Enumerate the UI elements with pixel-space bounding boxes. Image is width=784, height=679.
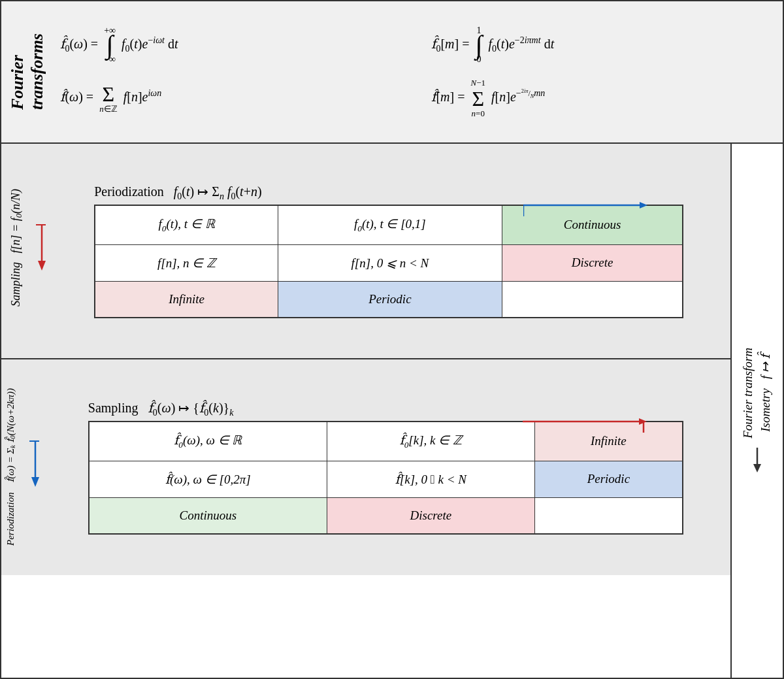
bottom-table-area: Sampling f̂0(ω) ↦ {f̂0(k)}k f̂0(ω), ω ∈ … <box>48 400 730 535</box>
bottom-section: Periodization f̂(ω) = Σk f̂0(N(ω+2kπ)) S… <box>1 359 730 575</box>
middle-table: f0(t), t ∈ ℝ f0(t), t ∈ [0,1] Continuous… <box>94 205 683 318</box>
formula-continuous-periodic: f̂0[m] = 1 ∫ 0 f0(t)e−2iπmt dt <box>431 25 763 65</box>
cell-empty <box>502 281 683 318</box>
svg-marker-4 <box>640 202 647 208</box>
formula-continuous-infinite: f̂0(ω) = +∞ ∫ −∞ f0(t)e−iωt dt <box>60 25 392 65</box>
bottom-table: f̂0(ω), ω ∈ ℝ f̂0[k], k ∈ ℤ Infinite f̂(… <box>88 421 683 535</box>
svg-marker-13 <box>753 464 761 472</box>
table-row: Infinite Periodic <box>95 281 683 318</box>
sampling-header-bot: Sampling f̂0(ω) ↦ {f̂0(k)}k <box>88 400 683 418</box>
isometry-arrow <box>747 448 767 474</box>
cell-infinite: Infinite <box>95 281 278 318</box>
cell-fhat-k-0N: f̂[k], 0 ⩽ k < N <box>327 461 534 497</box>
cell-f0-t-real: f0(t), t ∈ ℝ <box>95 205 278 244</box>
cell-fn-0N: f[n], 0 ⩽ n < N <box>278 244 502 281</box>
cell-discrete-bot: Discrete <box>327 497 534 534</box>
cell-periodic: Periodic <box>278 281 502 318</box>
formula-discrete-periodic: f̂[m] = N−1 Σ n=0 f[n]e−2iπ/Nmn <box>431 78 763 119</box>
formula2-text: f̂0[m] = 1 ∫ 0 f0(t)e−2iπmt dt <box>431 25 554 65</box>
cell-f0-t-01: f0(t), t ∈ [0,1] <box>278 205 502 244</box>
formula1-text: f̂0(ω) = +∞ ∫ −∞ f0(t)e−iωt dt <box>60 25 178 65</box>
cell-fhat0-omega-R: f̂0(ω), ω ∈ ℝ <box>89 422 327 461</box>
periodization-arrow-blue <box>523 202 654 222</box>
middle-table-area: Periodization f0(t) ↦ Σn f0(t+n) f0(t), … <box>54 184 730 318</box>
formula-discrete-infinite: f̂(ω) = Σ n∈ℤ f[n]eiωn <box>60 78 392 119</box>
middle-section: Sampling f[n] = f0(n/N) Periodizati <box>1 144 730 359</box>
periodization-arrow-blue-bot <box>26 438 44 497</box>
svg-marker-7 <box>31 477 39 487</box>
cell-fhat-omega-2pi: f̂(ω), ω ∈ [0,2π] <box>89 461 327 497</box>
periodization-label: Periodization f̂(ω) = Σk f̂0(N(ω+2kπ)) <box>1 369 23 565</box>
fourier-transforms-section: Fouriertransforms f̂0(ω) = +∞ ∫ −∞ f0(t)… <box>0 0 784 144</box>
table-row: f̂(ω), ω ∈ [0,2π] f̂[k], 0 ⩽ k < N Perio… <box>89 461 683 497</box>
cell-empty-bot <box>534 497 683 534</box>
right-panel-text: Fourier transformIsometry f ↦ f̂ <box>740 348 774 439</box>
formula3-text: f̂(ω) = Σ n∈ℤ f[n]eiωn <box>60 82 161 114</box>
sampling-label: Sampling f[n] = f0(n/N) <box>1 154 29 348</box>
sampling-arrow-red-bot <box>523 418 653 438</box>
svg-marker-1 <box>38 261 46 271</box>
fourier-transforms-title: Fouriertransforms <box>8 33 47 110</box>
cell-discrete: Discrete <box>502 244 683 281</box>
formula4-text: f̂[m] = N−1 Σ n=0 f[n]e−2iπ/Nmn <box>431 78 545 119</box>
right-panel: Fourier transformIsometry f ↦ f̂ <box>730 144 783 678</box>
table-row: Continuous Discrete <box>89 497 683 534</box>
cell-fn-Z: f[n], n ∈ ℤ <box>95 244 278 281</box>
formulas-grid: f̂0(ω) = +∞ ∫ −∞ f0(t)e−iωt dt f̂0[m] = … <box>60 25 763 119</box>
cell-fhat0-k-Z: f̂0[k], k ∈ ℤ <box>327 422 534 461</box>
cell-continuous-bot: Continuous <box>89 497 327 534</box>
cell-periodic-bot: Periodic <box>534 461 683 497</box>
table-row: f[n], n ∈ ℤ f[n], 0 ⩽ n < N Discrete <box>95 244 683 281</box>
periodization-header: Periodization f0(t) ↦ Σn f0(t+n) <box>94 184 683 202</box>
sampling-arrow-red <box>33 222 51 280</box>
